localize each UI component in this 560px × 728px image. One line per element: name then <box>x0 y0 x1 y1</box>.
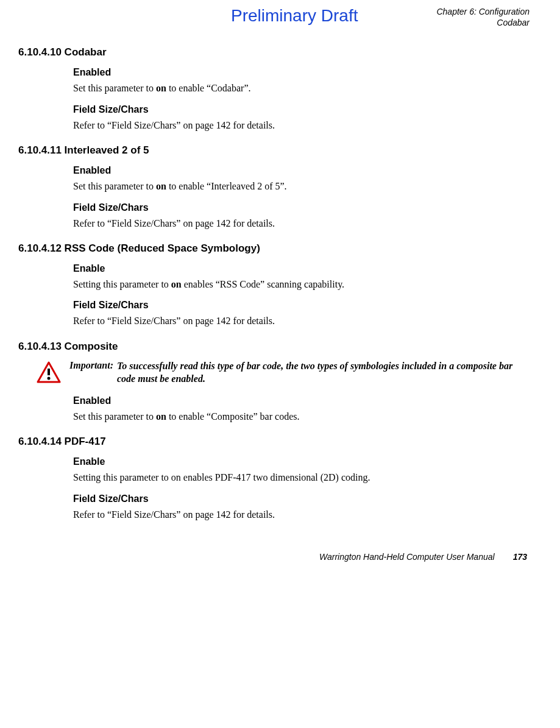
section-heading-pdf417: 6.10.4.14 PDF-417 <box>18 436 530 448</box>
text-bold: on <box>156 181 166 191</box>
sub-heading-enabled: Enabled <box>73 165 530 176</box>
footer-page-number: 173 <box>513 552 527 562</box>
important-label: Important: <box>69 360 113 371</box>
sub-heading-enable: Enable <box>73 263 530 274</box>
text-fragment: Set this parameter to <box>73 181 156 191</box>
text-fragment: Set this parameter to <box>73 83 156 93</box>
sub-heading-enable: Enable <box>73 456 530 467</box>
chapter-label: Chapter 6: Configuration <box>436 6 530 17</box>
text-fragment: to enable “Composite” bar codes. <box>166 411 300 422</box>
body-text: Set this parameter to on to enable “Inte… <box>73 180 530 193</box>
text-fragment: Set this parameter to <box>73 411 156 422</box>
warning-icon <box>37 361 61 386</box>
text-fragment: enables “RSS Code” scanning capability. <box>182 279 344 289</box>
text-bold: on <box>156 83 166 93</box>
body-text: Set this parameter to on to enable “Comp… <box>73 410 530 423</box>
text-bold: on <box>171 279 182 289</box>
sub-heading-fieldsize: Field Size/Chars <box>73 202 530 213</box>
section-heading-interleaved: 6.10.4.11 Interleaved 2 of 5 <box>18 144 530 157</box>
sub-heading-enabled: Enabled <box>73 395 530 406</box>
text-fragment: to enable “Codabar”. <box>166 83 251 93</box>
header-right: Chapter 6: Configuration Codabar <box>436 6 530 28</box>
sub-heading-fieldsize: Field Size/Chars <box>73 300 530 311</box>
body-text: Refer to “Field Size/Chars” on page 142 … <box>73 217 530 230</box>
body-text: Set this parameter to on to enable “Coda… <box>73 82 530 95</box>
section-heading-composite: 6.10.4.13 Composite <box>18 341 530 353</box>
section-heading-codabar: 6.10.4.10 Codabar <box>18 46 530 58</box>
draft-label: Preliminary Draft <box>231 6 358 26</box>
body-text: Refer to “Field Size/Chars” on page 142 … <box>73 119 530 132</box>
footer-title: Warrington Hand-Held Computer User Manua… <box>73 552 495 562</box>
svg-point-2 <box>48 376 51 380</box>
sub-heading-enabled: Enabled <box>73 67 530 78</box>
section-label: Codabar <box>436 17 530 28</box>
sub-heading-fieldsize: Field Size/Chars <box>73 104 530 115</box>
text-fragment: Setting this parameter to <box>73 279 171 289</box>
body-text: Refer to “Field Size/Chars” on page 142 … <box>73 508 530 521</box>
svg-rect-1 <box>48 369 50 375</box>
important-text: To successfully read this type of bar co… <box>117 360 530 386</box>
page-footer: Warrington Hand-Held Computer User Manua… <box>18 552 530 562</box>
body-text: Refer to “Field Size/Chars” on page 142 … <box>73 314 530 328</box>
body-text: Setting this parameter to on enables “RS… <box>73 278 530 291</box>
important-block: Important: To successfully read this typ… <box>37 360 530 386</box>
body-text: Setting this parameter to on enables PDF… <box>73 471 530 484</box>
page-container: Preliminary Draft Chapter 6: Configurati… <box>0 0 560 580</box>
page-header: Preliminary Draft Chapter 6: Configurati… <box>18 6 530 28</box>
text-bold: on <box>156 411 166 422</box>
section-heading-rss: 6.10.4.12 RSS Code (Reduced Space Symbol… <box>18 242 530 255</box>
sub-heading-fieldsize: Field Size/Chars <box>73 493 530 504</box>
text-fragment: to enable “Interleaved 2 of 5”. <box>166 181 287 191</box>
